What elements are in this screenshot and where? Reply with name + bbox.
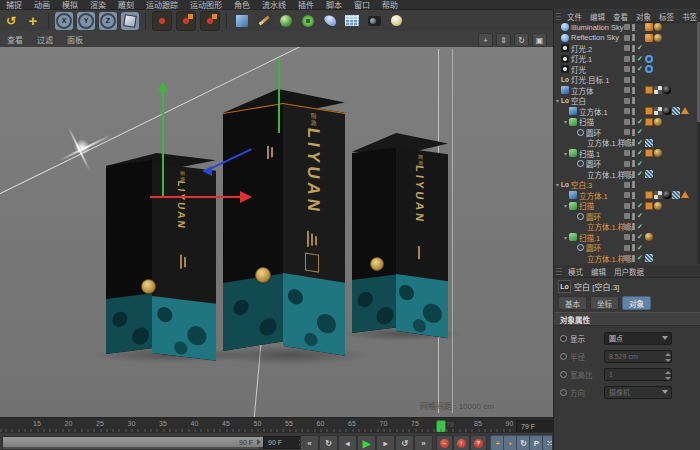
key-tag[interactable] bbox=[645, 118, 653, 126]
viewport-menu-面板[interactable]: 面板 bbox=[60, 34, 90, 45]
am-menu-模式[interactable]: 模式 bbox=[564, 266, 587, 277]
viewport-menu-过滤[interactable]: 过滤 bbox=[30, 34, 60, 45]
visibility-dots[interactable] bbox=[632, 255, 635, 262]
object-row[interactable]: 立方体 bbox=[554, 85, 697, 96]
menu-item-运动图形[interactable]: 运动图形 bbox=[184, 0, 228, 10]
key-tag[interactable] bbox=[645, 149, 653, 157]
layer-chip[interactable] bbox=[624, 234, 630, 240]
layer-chip[interactable] bbox=[624, 192, 630, 198]
key-tag[interactable] bbox=[645, 191, 653, 199]
expand-arrow[interactable]: ▾ bbox=[554, 97, 561, 104]
layer-chip[interactable] bbox=[624, 213, 630, 219]
object-row[interactable]: ▾扫描.1✓ bbox=[554, 148, 697, 159]
attr-dropdown[interactable]: 摄像机 bbox=[604, 386, 672, 399]
om-menu-书签[interactable]: 书签 bbox=[678, 11, 700, 22]
om-menu-编辑[interactable]: 编辑 bbox=[586, 11, 609, 22]
enabled-check[interactable]: ✓ bbox=[637, 244, 645, 252]
layer-chip[interactable] bbox=[624, 66, 630, 72]
hatch-tag[interactable] bbox=[645, 170, 653, 178]
object-row[interactable]: ▾扫描✓ bbox=[554, 117, 697, 128]
mat-gold-tag[interactable] bbox=[654, 149, 662, 157]
object-row[interactable]: 立方体.1.样条✓ bbox=[554, 169, 697, 180]
am-menu-编辑[interactable]: 编辑 bbox=[587, 266, 610, 277]
attr-stepper[interactable]: 8.529 cm bbox=[604, 350, 672, 363]
enabled-check[interactable]: ✓ bbox=[637, 254, 645, 262]
object-row[interactable]: 立方体.1.样条✓ bbox=[554, 222, 697, 233]
menu-item-捕捉[interactable]: 捕捉 bbox=[0, 0, 28, 10]
layer-chip[interactable] bbox=[624, 203, 630, 209]
visibility-dots[interactable] bbox=[632, 45, 635, 52]
mat-gold-tag[interactable] bbox=[654, 202, 662, 210]
layer-chip[interactable] bbox=[624, 35, 630, 41]
next-frame-button[interactable]: ▸ bbox=[376, 435, 395, 450]
goto-start-button[interactable]: « bbox=[300, 435, 319, 450]
mat-orange-tag[interactable] bbox=[645, 34, 653, 42]
visibility-dots[interactable] bbox=[632, 97, 635, 104]
stepper-icon[interactable] bbox=[665, 371, 671, 380]
am-menu-用户数据[interactable]: 用户数据 bbox=[610, 266, 648, 277]
menu-item-角色[interactable]: 角色 bbox=[228, 0, 256, 10]
z-axis-arrowhead[interactable] bbox=[202, 166, 212, 176]
mat-orange-tag[interactable] bbox=[645, 23, 653, 31]
visibility-dots[interactable] bbox=[632, 223, 635, 230]
object-row[interactable]: 立方体.1.样条✓ bbox=[554, 138, 697, 149]
attr-stepper[interactable]: 1 bbox=[604, 368, 672, 381]
z-axis-lock-button[interactable]: Z bbox=[99, 12, 117, 30]
expand-arrow[interactable]: ▾ bbox=[562, 118, 569, 125]
pen-spline-button[interactable] bbox=[255, 12, 273, 30]
layer-chip[interactable] bbox=[624, 87, 630, 93]
viewport-pan-icon[interactable]: + bbox=[478, 33, 493, 47]
layer-chip[interactable] bbox=[624, 56, 630, 62]
layer-chip[interactable] bbox=[624, 161, 630, 167]
x-axis-arrowhead[interactable] bbox=[240, 191, 252, 203]
attr-dropdown[interactable]: 圆点 bbox=[604, 332, 672, 345]
target-tag[interactable] bbox=[645, 65, 653, 73]
om-menu-标签[interactable]: 标签 bbox=[655, 11, 678, 22]
render-to-picture-viewer-button[interactable] bbox=[176, 11, 196, 31]
floor-button[interactable] bbox=[343, 12, 361, 30]
object-row[interactable]: ▾扫描✓ bbox=[554, 201, 697, 212]
layer-chip[interactable] bbox=[624, 150, 630, 156]
menu-item-雕刻[interactable]: 雕刻 bbox=[112, 0, 140, 10]
enabled-check[interactable]: ✓ bbox=[637, 149, 645, 157]
animation-dot[interactable] bbox=[560, 389, 567, 396]
object-row[interactable]: 圆环✓ bbox=[554, 159, 697, 170]
enabled-check[interactable]: ✓ bbox=[637, 170, 645, 178]
uvw-tag[interactable] bbox=[654, 191, 662, 199]
x-axis-lock-button[interactable]: X bbox=[55, 12, 73, 30]
layer-chip[interactable] bbox=[624, 245, 630, 251]
cube-primitive-button[interactable] bbox=[233, 12, 251, 30]
layer-chip[interactable] bbox=[624, 140, 630, 146]
enabled-check[interactable]: ✓ bbox=[637, 55, 645, 63]
hatch-tag[interactable] bbox=[672, 191, 680, 199]
object-row[interactable]: 圆环✓ bbox=[554, 243, 697, 254]
mat-black-tag[interactable] bbox=[663, 191, 671, 199]
object-row[interactable]: Reflection Sky bbox=[554, 33, 697, 44]
object-row[interactable]: 圆环✓ bbox=[554, 211, 697, 222]
object-row[interactable]: 灯光.2✓ bbox=[554, 43, 697, 54]
visibility-dots[interactable] bbox=[632, 181, 635, 188]
coordinate-system-button[interactable] bbox=[121, 12, 139, 30]
preview-range-track[interactable]: 90 F bbox=[2, 436, 260, 450]
mat-black-tag[interactable] bbox=[663, 86, 671, 94]
menu-item-模拟[interactable]: 模拟 bbox=[56, 0, 84, 10]
light-button[interactable] bbox=[387, 12, 405, 30]
layer-chip[interactable] bbox=[624, 224, 630, 230]
visibility-dots[interactable] bbox=[632, 55, 635, 62]
menu-item-动画[interactable]: 动画 bbox=[28, 0, 56, 10]
tab-对象[interactable]: 对象 bbox=[622, 296, 651, 310]
object-row[interactable]: ▾扫描.1✓ bbox=[554, 232, 697, 243]
object-row[interactable]: 立方体.1 bbox=[554, 106, 697, 117]
goto-end-button[interactable]: » bbox=[414, 435, 433, 450]
menu-item-运动跟踪[interactable]: 运动跟踪 bbox=[140, 0, 184, 10]
visibility-dots[interactable] bbox=[632, 118, 635, 125]
layer-chip[interactable] bbox=[624, 77, 630, 83]
layer-chip[interactable] bbox=[624, 119, 630, 125]
visibility-dots[interactable] bbox=[632, 129, 635, 136]
viewport-zoom-icon[interactable]: ⇕ bbox=[496, 33, 511, 47]
loop-button[interactable]: ↺ bbox=[395, 435, 414, 450]
subdivision-surface-button[interactable] bbox=[277, 12, 295, 30]
visibility-dots[interactable] bbox=[632, 108, 635, 115]
deformers-button[interactable] bbox=[321, 12, 339, 30]
object-row[interactable]: 灯光.1✓ bbox=[554, 54, 697, 65]
